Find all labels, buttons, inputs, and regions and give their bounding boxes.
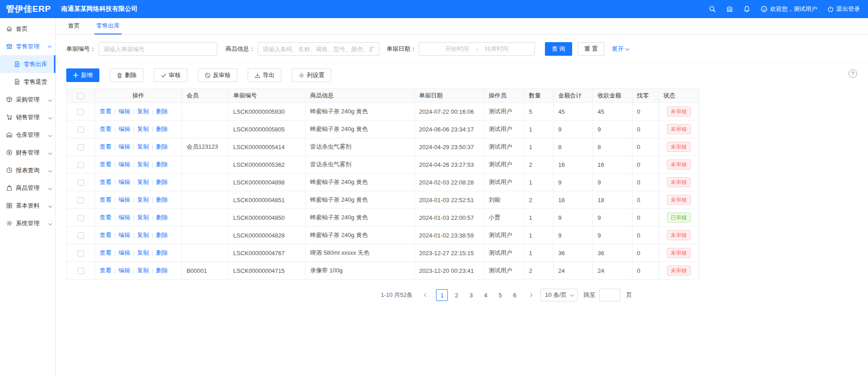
row-action-view[interactable]: 查看 (100, 143, 112, 150)
delete-button[interactable]: 删除 (110, 68, 143, 82)
row-action-delete[interactable]: 删除 (156, 108, 168, 115)
audit-button[interactable]: 审核 (154, 68, 187, 82)
row-action-copy[interactable]: 复制 (137, 179, 149, 185)
action-separator: | (152, 161, 153, 168)
row-checkbox[interactable] (78, 126, 84, 133)
row-checkbox[interactable] (78, 215, 84, 221)
row-action-delete[interactable]: 删除 (156, 143, 168, 150)
row-action-copy[interactable]: 复制 (137, 108, 149, 115)
sidebar-item-仓库管理[interactable]: 仓库管理 (0, 126, 55, 144)
welcome-text: 欢迎您，测试用户 (770, 5, 817, 13)
sidebar-item-系统管理[interactable]: 系统管理 (0, 214, 55, 232)
sidebar-item-采购管理[interactable]: 采购管理 (0, 91, 55, 108)
row-action-edit[interactable]: 编辑 (118, 143, 130, 150)
sidebar-item-报表查询[interactable]: 报表查询 (0, 161, 55, 179)
bell-icon[interactable] (743, 5, 750, 13)
row-action-view[interactable]: 查看 (100, 214, 112, 221)
row-action-delete[interactable]: 删除 (156, 179, 168, 185)
page-button-2[interactable]: 2 (451, 289, 462, 301)
row-action-edit[interactable]: 编辑 (118, 196, 130, 203)
bill-no-input[interactable] (98, 42, 217, 56)
tab-home[interactable]: 首页 (66, 18, 82, 34)
row-checkbox[interactable] (78, 197, 84, 204)
sidebar-item-销售管理[interactable]: 销售管理 (0, 108, 55, 126)
bank-icon[interactable] (726, 5, 733, 13)
row-action-edit[interactable]: 编辑 (118, 267, 130, 274)
row-action-delete[interactable]: 删除 (156, 267, 168, 274)
row-action-copy[interactable]: 复制 (137, 232, 149, 238)
row-action-copy[interactable]: 复制 (137, 143, 149, 150)
row-action-edit[interactable]: 编辑 (118, 249, 130, 256)
row-action-view[interactable]: 查看 (100, 232, 112, 238)
page-button-6[interactable]: 6 (509, 289, 520, 301)
row-checkbox[interactable] (78, 162, 84, 168)
add-button[interactable]: 新增 (66, 68, 99, 82)
row-action-delete[interactable]: 删除 (156, 249, 168, 256)
row-action-copy[interactable]: 复制 (137, 214, 149, 221)
row-action-copy[interactable]: 复制 (137, 196, 149, 203)
unaudit-button[interactable]: 反审核 (198, 68, 237, 82)
page-numbers: 123456 (436, 289, 520, 301)
column-settings-button[interactable]: 列设置 (292, 68, 331, 82)
page-size-select[interactable]: 10 条/页 (540, 289, 578, 301)
cell-received: 36 (593, 244, 632, 262)
expand-link[interactable]: 展开 (612, 45, 628, 53)
page-button-5[interactable]: 5 (494, 289, 506, 301)
row-checkbox[interactable] (78, 268, 84, 274)
sidebar-item-零售管理[interactable]: 零售管理 (0, 38, 55, 55)
row-action-view[interactable]: 查看 (100, 249, 112, 256)
table-row: 查看|编辑|复制|删除LSCK00000005805蜂蜜柚子茶 240g 黄色2… (67, 121, 699, 138)
download-icon (255, 73, 260, 78)
row-action-view[interactable]: 查看 (100, 161, 112, 168)
row-action-view[interactable]: 查看 (100, 179, 112, 185)
row-action-delete[interactable]: 删除 (156, 126, 168, 132)
row-action-edit[interactable]: 编辑 (118, 214, 130, 221)
row-action-edit[interactable]: 编辑 (118, 161, 130, 168)
row-action-delete[interactable]: 删除 (156, 196, 168, 203)
row-checkbox[interactable] (78, 179, 84, 186)
logout-button[interactable]: 退出登录 (827, 5, 860, 13)
row-action-edit[interactable]: 编辑 (118, 126, 130, 132)
prev-page-button[interactable] (420, 289, 432, 301)
sidebar-item-基本资料[interactable]: 基本资料 (0, 197, 55, 214)
row-checkbox[interactable] (78, 144, 84, 150)
next-page-button[interactable] (525, 289, 536, 301)
help-icon[interactable]: ? (848, 69, 857, 78)
row-checkbox[interactable] (78, 109, 84, 115)
sidebar-item-财务管理[interactable]: 财务管理 (0, 144, 55, 161)
row-action-view[interactable]: 查看 (100, 267, 112, 274)
row-action-delete[interactable]: 删除 (156, 232, 168, 238)
sidebar-item-首页[interactable]: 首页 (0, 20, 55, 38)
row-action-view[interactable]: 查看 (100, 196, 112, 203)
row-action-copy[interactable]: 复制 (137, 126, 149, 132)
welcome-user[interactable]: 欢迎您，测试用户 (760, 5, 817, 13)
page-button-4[interactable]: 4 (480, 289, 491, 301)
jump-page-input[interactable] (599, 289, 620, 301)
page-button-1[interactable]: 1 (436, 289, 448, 301)
row-checkbox[interactable] (78, 233, 84, 239)
row-action-delete[interactable]: 删除 (156, 214, 168, 221)
search-icon[interactable] (709, 5, 716, 13)
page-button-3[interactable]: 3 (465, 289, 477, 301)
date-range-picker[interactable]: 开始时间 ~ 结束时间 (419, 42, 535, 56)
row-action-edit[interactable]: 编辑 (118, 179, 130, 185)
row-action-view[interactable]: 查看 (100, 108, 112, 115)
sidebar-item-商品管理[interactable]: 商品管理 (0, 179, 55, 197)
tab-retail-outbound[interactable]: 零售出库 (94, 18, 122, 34)
row-action-delete[interactable]: 删除 (156, 161, 168, 168)
row-action-copy[interactable]: 复制 (137, 249, 149, 256)
product-info-input[interactable] (258, 42, 379, 56)
row-checkbox[interactable] (78, 250, 84, 257)
export-button[interactable]: 导出 (248, 68, 281, 82)
reset-button[interactable]: 重 置 (578, 42, 605, 56)
row-action-edit[interactable]: 编辑 (118, 232, 130, 238)
row-action-view[interactable]: 查看 (100, 126, 112, 132)
select-all-checkbox[interactable] (78, 93, 84, 99)
chevron-down-icon (570, 293, 574, 296)
sidebar-item-零售出库[interactable]: 零售出库 (0, 55, 55, 73)
sidebar-item-零售退货[interactable]: 零售退货 (0, 73, 55, 91)
row-action-edit[interactable]: 编辑 (118, 108, 130, 115)
row-action-copy[interactable]: 复制 (137, 161, 149, 168)
search-button[interactable]: 查 询 (545, 42, 572, 56)
row-action-copy[interactable]: 复制 (137, 267, 149, 274)
